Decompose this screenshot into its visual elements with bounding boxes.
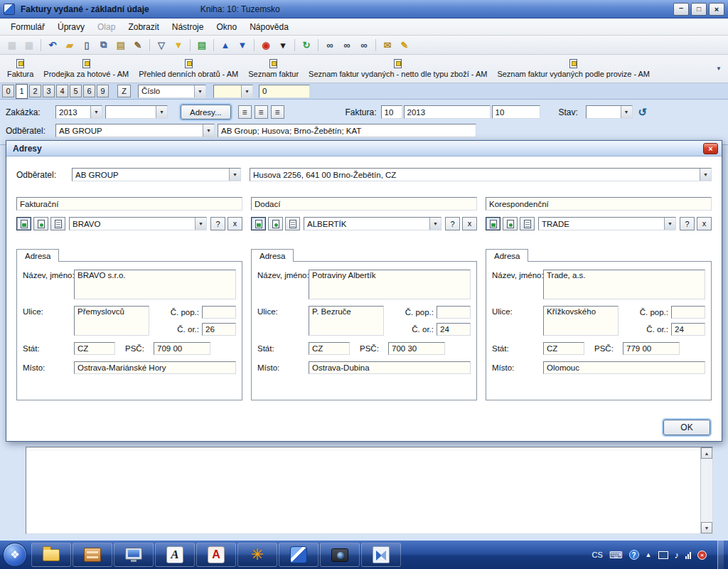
tab-3[interactable]: 3 [43,85,55,97]
cor-input[interactable]: 24 [437,323,471,336]
start-button[interactable] [3,543,27,567]
cpop-input[interactable] [671,306,705,319]
tab-5[interactable]: 5 [70,85,82,97]
items-grid-area[interactable]: ▲ ▼ [26,447,713,534]
refresh-icon[interactable]: ↻ [299,38,314,52]
paste-icon[interactable]: ▤ [113,38,129,52]
dialog-address-combo[interactable]: Husova 2256, 641 00 Brno-Žebětín, CZ [250,168,712,181]
chevron-down-icon[interactable] [194,85,205,97]
address-new-button[interactable] [503,217,518,230]
my-computer-button[interactable] [114,543,154,567]
chevron-down-icon[interactable] [621,106,632,118]
record-count-field[interactable]: 0 [259,85,310,98]
menu-zobrazit[interactable]: Zobrazit [122,20,165,34]
odberatel-info-field[interactable]: AB Group; Husova; Brno-Žebětín; KAT [218,124,476,137]
address-new-button[interactable] [33,217,48,230]
report-button-2[interactable]: Přehled denních obratů - AM [139,55,238,83]
z-filter-button[interactable]: Z [117,85,131,97]
nazev-input[interactable]: Trade, a.s. [543,270,705,299]
vertical-scrollbar[interactable]: ▲ ▼ [700,447,712,533]
ulice-input[interactable]: Křížkovského [543,306,619,336]
edit-notes-icon[interactable]: ✎ [397,38,412,52]
chevron-down-icon[interactable] [664,218,675,230]
minimize-button[interactable] [673,3,689,16]
address-type-field[interactable]: Dodací [251,197,477,211]
address-detail-button[interactable] [50,217,65,230]
dialog-odberatel-combo[interactable]: AB GROUP [72,168,241,181]
faktura-book-field[interactable]: 10 [381,105,402,119]
dropdown-arrow-icon[interactable]: ▾ [275,38,291,52]
address-detail-button[interactable] [285,217,300,230]
address-type-field[interactable]: Fakturační [16,197,242,211]
nazev-input[interactable]: BRAVO s.r.o. [74,270,236,299]
undo-icon[interactable]: ↶ [45,38,60,52]
scroll-up-icon[interactable]: ▲ [701,447,712,459]
view-list-button-2[interactable]: ≡ [255,105,268,119]
find-dialog-icon[interactable]: ∞ [356,38,372,52]
zakazka-combo-2[interactable] [105,105,168,119]
nazev-input[interactable]: Potraviny Albertík [309,270,471,299]
acdsee-button[interactable] [155,543,195,567]
report-button-3[interactable]: Seznam faktur [248,55,299,83]
address-clear-button[interactable] [697,217,712,230]
stat-input[interactable]: CZ [309,342,350,355]
ulice-input[interactable]: Přemyslovců [74,306,149,336]
chevron-down-icon[interactable] [429,218,441,230]
show-desktop-button[interactable] [717,541,724,569]
help-icon[interactable] [629,550,639,560]
address-book-button[interactable] [251,217,266,230]
address-clear-button[interactable] [462,217,477,230]
cpop-input[interactable] [437,306,471,319]
menu-okno[interactable]: Okno [210,20,243,34]
view-list-button-1[interactable]: ≡ [238,105,252,119]
address-clear-button[interactable] [228,217,242,230]
faktura-year-field[interactable]: 2013 [404,105,491,119]
menu-napoveda[interactable]: Nápověda [243,20,295,34]
windows-explorer-button[interactable] [31,543,71,567]
tab-0[interactable]: 0 [2,85,14,97]
target-icon[interactable]: ◉ [258,38,274,52]
cor-input[interactable]: 26 [202,323,236,336]
report-button-5[interactable]: Seznam faktur vydaných podle provize - A… [497,55,650,83]
ulice-input[interactable]: P. Bezruče [309,306,384,336]
menu-upravy[interactable]: Úpravy [51,20,91,34]
filter-active-icon[interactable]: ▼ [171,38,186,52]
cpop-input[interactable] [202,306,236,319]
psc-input[interactable]: 779 00 [623,342,680,355]
adresy-button[interactable]: Adresy... [181,105,231,119]
address-select-combo[interactable]: TRADE [538,217,676,230]
cislo-combo[interactable]: Číslo [138,85,206,98]
tab-adresa[interactable]: Adresa [16,249,59,262]
reports-overflow-button[interactable] [712,61,725,77]
menu-nastroje[interactable]: Nástroje [166,20,210,34]
photo-viewer-button[interactable] [361,543,401,567]
address-new-button[interactable] [268,217,283,230]
money-app-button[interactable] [237,543,277,567]
address-select-combo[interactable]: ALBERTÍK [304,217,441,230]
address-help-button[interactable] [210,217,225,230]
view-list-button-3[interactable]: ≡ [271,105,284,119]
menu-formular[interactable]: Formulář [4,20,51,34]
report-button-0[interactable]: Faktura [7,55,33,83]
file-manager-button[interactable] [73,543,112,567]
display-icon[interactable] [658,551,668,559]
address-book-button[interactable] [486,217,500,230]
volume-icon[interactable]: ♪ [675,550,680,560]
tab-adresa[interactable]: Adresa [251,249,294,262]
address-help-button[interactable] [680,217,695,230]
tab-4[interactable]: 4 [56,85,68,97]
close-button[interactable] [709,3,724,16]
misto-input[interactable]: Olomouc [543,361,705,374]
scroll-down-icon[interactable]: ▼ [701,522,712,533]
filter-value-combo[interactable] [213,85,253,98]
cor-input[interactable]: 24 [671,323,705,336]
arrow-down-icon[interactable]: ▼ [235,38,250,52]
chevron-down-icon[interactable] [195,218,206,230]
stat-input[interactable]: CZ [543,342,584,355]
tab-adresa[interactable]: Adresa [486,249,528,262]
chevron-down-icon[interactable] [241,85,252,97]
open-folder-icon[interactable]: ▰ [62,38,77,52]
filter-icon[interactable]: ▽ [154,38,169,52]
find-next-icon[interactable]: ∞ [339,38,355,52]
keyboard-icon[interactable]: ⌨ [609,550,623,560]
